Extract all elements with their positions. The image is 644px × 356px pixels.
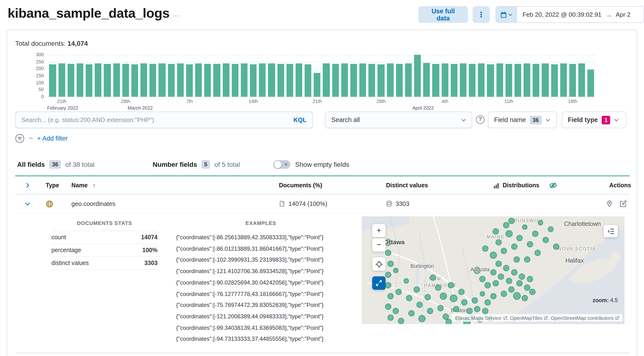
field-name-label: Field name [494,116,526,123]
map-point [500,248,507,254]
attribution-link[interactable]: OpenMapTiles [510,315,548,321]
map-place-label: Halifax [566,257,584,264]
histogram-bar [332,64,339,97]
histogram-bar [195,63,202,97]
map-point [508,218,514,224]
histogram-bar [396,64,403,97]
histogram-bar [578,63,585,97]
histogram-bar [305,64,311,97]
zoom-indicator: zoom: 4.5 [592,297,618,303]
title-options-icon[interactable]: ⋯ [172,12,180,20]
search-input[interactable]: Search... (e.g. status:200 AND extension… [15,111,313,128]
eye-slash-icon[interactable] [549,181,557,189]
map-preview[interactable]: BRUNSWICKCharlottetownMAINENOVA SCOTIAHa… [362,216,624,324]
map-locate-button[interactable] [372,257,386,271]
map-point [490,293,496,299]
calendar-button[interactable] [496,7,517,22]
attribution-link[interactable]: OpenStreetMap contributors [551,315,619,321]
map-point [461,299,468,306]
histogram-bar [569,64,576,97]
external-link-icon [503,316,507,320]
histogram-bar [140,63,147,97]
total-documents-value: 14,074 [67,40,88,47]
column-header-type: Type [46,182,59,189]
show-empty-fields-toggle[interactable]: × [273,160,290,169]
histogram-bar [232,64,238,97]
all-fields-count-badge: 36 [49,160,61,169]
collapse-row-chevron-icon[interactable] [15,201,36,207]
gridline [48,90,596,90]
map-place-label: Charlottetown [564,221,601,227]
date-range-end[interactable]: Apr 2 [616,11,630,18]
example-value: {"coordinates":[-99.34038139,41.63695083… [176,322,346,334]
example-value: {"coordinates":[-102.3990931,35.23199833… [176,255,346,266]
field-name-value[interactable]: geo.coordinates [72,200,116,207]
chevron-down-icon [614,117,619,122]
y-axis-label: 100 [36,80,44,85]
field-type-label: Field type [568,116,598,123]
main-panel: Total documents: 14,074 3002502001501005… [7,30,637,356]
use-full-data-button[interactable]: Use full data [418,6,468,23]
map-point [553,244,559,250]
stat-label: distinct values [52,260,89,266]
page-title: kibana_sample_data_logs [8,6,170,21]
expand-all-chevron-icon[interactable] [15,182,36,188]
kql-button[interactable]: KQL [294,116,306,123]
stat-label: percentage [52,247,81,254]
map-zoom-out-button[interactable]: − [372,238,386,252]
attribution-link[interactable]: Elastic Maps Service [455,315,507,321]
y-axis-label: 150 [36,73,44,78]
histogram-bar [442,63,448,97]
map-point [511,244,517,250]
filter-icon[interactable] [15,134,24,143]
column-header-actions: Actions [609,182,631,189]
map-point [498,274,504,280]
histogram-bar [506,64,512,97]
field-type-filter[interactable]: Field type 1 [562,111,626,128]
map-point [514,256,520,263]
histogram-bar [296,63,302,97]
chevron-down-icon [461,117,466,122]
field-name-filter[interactable]: Field name 36 [488,111,557,128]
y-axis-label: 200 [36,66,44,71]
date-picker: Feb 20, 2022 @ 00:39:02.91 → Apr 2 [496,6,644,23]
map-place-label: Augusta [470,266,490,272]
map-point [538,220,543,225]
histogram-bar [122,64,129,97]
map-point [505,230,512,237]
map-zoom-in-button[interactable]: + [372,224,386,237]
map-point [450,294,458,302]
map-point [493,280,499,286]
kebab-menu-button[interactable]: ⋮ [473,6,490,23]
examples-list: {"coordinates":[-86.25613889,42.35083333… [176,232,346,345]
x-axis-label: 28th [121,99,130,104]
map-expand-button[interactable] [372,276,386,290]
map-point [424,294,430,300]
fields-summary-bar: All fields 36 of 38 total Number fields … [17,158,349,171]
edit-action-icon[interactable] [620,200,627,207]
sort-ascending-icon: ↑ [93,182,96,188]
histogram-bar [204,64,211,97]
data-visualizer-page: kibana_sample_data_logs ⋯ Use full data … [0,0,644,356]
map-point [438,305,444,311]
help-icon[interactable]: ? [476,115,484,124]
histogram-bar [359,63,366,97]
map-point [516,235,522,241]
date-range-start[interactable]: Feb 20, 2022 @ 00:39:02.91 [523,11,602,18]
x-axis-label: 21th [57,99,66,104]
histogram-bar [487,64,494,97]
bar-chart-icon [494,182,499,188]
example-value: {"coordinates":[-86.01213889,31.86041667… [176,243,346,255]
chart-plot[interactable] [48,55,596,97]
histogram-bar [341,63,348,97]
column-header-name[interactable]: Name↑ [62,182,270,189]
database-icon [386,201,392,207]
filter-divider [28,138,33,139]
external-link-icon [544,316,548,320]
map-marker-action-icon[interactable] [606,200,613,207]
add-filter-link[interactable]: + Add filter [37,135,68,142]
search-all-select[interactable]: Search all [325,111,472,128]
all-fields-total: of 38 total [65,161,94,168]
histogram-bar [533,64,540,97]
map-legend-collapse-button[interactable] [604,225,618,237]
